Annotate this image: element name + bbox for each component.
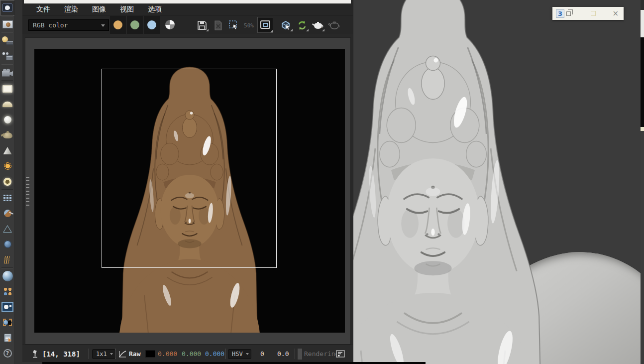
camera-lister-icon: [2, 52, 13, 60]
edge-segment: [641, 37, 644, 127]
channel-dropdown[interactable]: RGB color: [28, 19, 109, 31]
menu-image[interactable]: 图像: [85, 5, 113, 14]
plane-light-icon: [2, 85, 12, 93]
close-icon[interactable]: ×: [612, 10, 619, 17]
cone-light-button[interactable]: [0, 143, 15, 158]
hsv-value-1: 0: [260, 345, 264, 363]
plane-light-button[interactable]: [0, 81, 15, 97]
material-preview-icon: [2, 271, 13, 281]
rendered-image[interactable]: [34, 49, 345, 333]
camera-lister-button[interactable]: [0, 48, 15, 64]
3d-viewport[interactable]: [351, 0, 641, 364]
clear-image-button[interactable]: [211, 19, 225, 32]
ring-light-button[interactable]: [0, 174, 15, 189]
edge-segment: [641, 127, 644, 131]
image-viewer-button[interactable]: [0, 16, 15, 32]
color-space-dropdown[interactable]: HSV: [228, 345, 251, 363]
material-ball-button[interactable]: [0, 206, 15, 221]
color-spheres-button[interactable]: [0, 284, 15, 299]
render-view-button[interactable]: [0, 0, 15, 15]
vfb-statusbar: [14, 318] 1x1 Raw 0.000 0.000 0.000 HSV …: [22, 345, 353, 362]
edge-segment: [641, 0, 644, 10]
physical-camera-button[interactable]: [0, 65, 15, 80]
progress-chip: [298, 345, 302, 363]
render-canvas-area: [25, 37, 351, 345]
region-select-icon: [228, 19, 240, 31]
blue-channel-button[interactable]: [144, 16, 160, 34]
stop-teapot-icon: [328, 19, 341, 31]
vfb-toolbar: RGB color: [22, 15, 353, 34]
menu-file[interactable]: 文件: [29, 5, 57, 14]
mono-channel-button[interactable]: [165, 20, 175, 29]
help-icon: [3, 349, 12, 358]
window-grip[interactable]: [26, 177, 29, 206]
menu-options[interactable]: 选项: [141, 5, 169, 14]
channel-dropdown-value: RGB color: [33, 21, 68, 29]
instance-array-icon: [3, 194, 12, 202]
maximize-icon[interactable]: [591, 11, 596, 16]
notes-clipboard-button[interactable]: [0, 330, 15, 346]
geo-sphere-button[interactable]: [0, 237, 15, 252]
refresh-arrows-icon: [296, 19, 308, 31]
left-toolbar: [0, 0, 15, 364]
region-render-button[interactable]: [227, 19, 241, 32]
ring-light-icon: [3, 178, 11, 186]
render-object-select-button[interactable]: [279, 19, 293, 32]
blue-channel-icon: [147, 20, 156, 29]
slate-material-editor-button[interactable]: [0, 299, 15, 315]
restore-window-icon[interactable]: [566, 11, 571, 16]
raw-red-value: 0.000: [158, 345, 177, 363]
hsv-value-2: 0.0: [277, 345, 289, 363]
sun-light-icon: [4, 162, 11, 170]
window-bottom-strip: [42, 362, 426, 364]
dome-light-button[interactable]: [0, 97, 15, 112]
render-region-rectangle[interactable]: [102, 69, 277, 268]
stop-render-button[interactable]: [327, 19, 341, 32]
pixel-scale-dropdown[interactable]: 1x1: [92, 345, 115, 363]
physical-camera-icon: [2, 69, 13, 77]
chevron-down-icon: [110, 353, 113, 357]
material-ball-icon: [4, 210, 11, 217]
zoom-label: 50%: [244, 22, 254, 29]
red-channel-button[interactable]: [110, 16, 126, 34]
region-select-tool-icon: [3, 319, 12, 326]
view-frame-button[interactable]: [257, 17, 273, 33]
fur-grass-button[interactable]: [0, 252, 15, 267]
floating-titlebar: 3 ×: [552, 7, 624, 20]
pixel-scale-value: 1x1: [96, 351, 107, 358]
log-icon[interactable]: [336, 345, 345, 363]
camera-gizmo-button[interactable]: [0, 221, 15, 237]
window-title-strip[interactable]: [24, 0, 351, 3]
instance-array-button[interactable]: [0, 190, 15, 206]
separator: [89, 349, 89, 359]
sun-light-button[interactable]: [0, 158, 15, 174]
chevron-down-icon: [101, 24, 105, 29]
render-last-button[interactable]: [295, 19, 309, 32]
camera-gizmo-icon: [3, 225, 12, 233]
separator: [115, 349, 116, 359]
separator: [295, 349, 295, 359]
menu-render[interactable]: 渲染: [57, 5, 85, 14]
region-select-tool-button[interactable]: [0, 315, 15, 330]
render-view-icon: [2, 3, 12, 12]
material-preview-button[interactable]: [0, 268, 15, 284]
frame-icon: [259, 19, 271, 30]
separator: [225, 349, 225, 359]
menu-view[interactable]: 视图: [113, 5, 141, 14]
zoom-50-button[interactable]: 50%: [242, 19, 256, 32]
geo-sphere-icon: [4, 241, 11, 248]
dome-light-icon: [2, 102, 12, 107]
render-button[interactable]: [311, 19, 325, 32]
sphere-light-button[interactable]: [0, 112, 15, 127]
notes-clipboard-icon: [4, 334, 11, 342]
picked-color-swatch: [146, 345, 155, 363]
3dsmax-logo-icon: 3: [556, 9, 564, 18]
help-button[interactable]: [0, 346, 15, 361]
curves-icon[interactable]: [118, 345, 127, 363]
teapot-primitive-button[interactable]: [0, 127, 15, 143]
green-channel-button[interactable]: [127, 16, 143, 34]
save-image-button[interactable]: [195, 19, 209, 32]
raw-green-value: 0.000: [182, 345, 201, 363]
light-lister-button[interactable]: [0, 33, 15, 48]
pixel-pin-icon[interactable]: [31, 345, 39, 363]
